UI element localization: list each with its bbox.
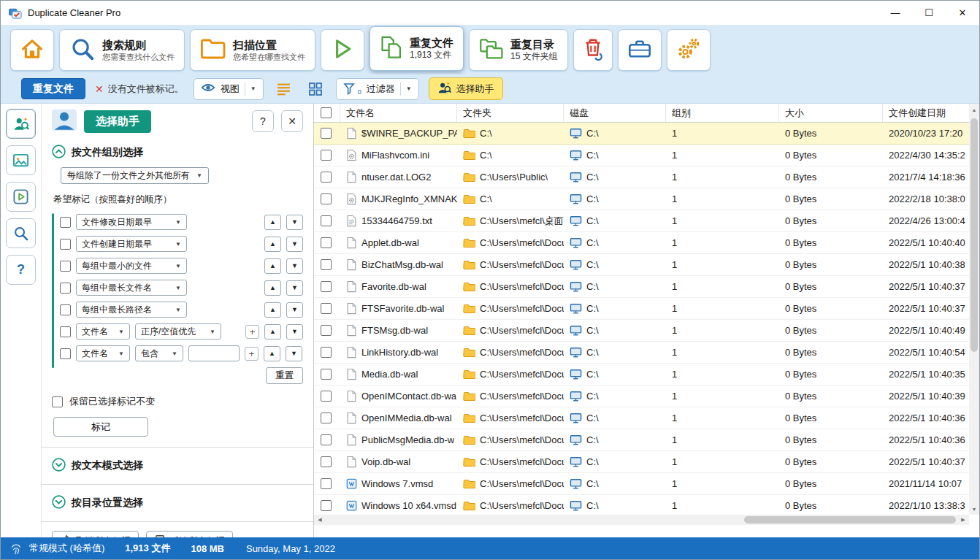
vertical-scroll-thumb[interactable] <box>971 118 978 352</box>
sidebar-image-preview-button[interactable] <box>6 145 36 175</box>
group-mode-dropdown[interactable]: 每组除了一份文件之外其他所有 ▼ <box>61 167 209 184</box>
scroll-left-arrow[interactable]: ◀ <box>314 515 326 525</box>
duplicate-files-view-button[interactable]: 重复文件 <box>21 78 85 99</box>
column-header-size[interactable]: 大小 <box>779 104 883 122</box>
list-view-button[interactable] <box>273 78 295 100</box>
criteria-checkbox[interactable] <box>60 283 71 294</box>
row-checkbox[interactable] <box>314 429 340 450</box>
duplicate-files-tab[interactable]: 重复文件 1,913 文件 <box>370 26 464 71</box>
settings-button[interactable] <box>667 29 711 71</box>
keep-selection-checkbox[interactable] <box>52 396 63 407</box>
horizontal-scrollbar[interactable]: ◀ ▶ <box>314 515 969 525</box>
view-dropdown[interactable]: 视图 ▼ <box>194 78 264 100</box>
maximize-button[interactable]: ☐ <box>912 1 946 25</box>
table-row[interactable]: PublicMsgMedia.db-wC:\Users\mefcl\Docume… <box>314 429 969 451</box>
move-up-button[interactable]: ▲ <box>264 215 281 230</box>
scroll-up-arrow[interactable]: ▲ <box>969 104 979 115</box>
row-checkbox[interactable] <box>314 123 340 144</box>
criteria-dropdown[interactable]: 文件修改日期最早 ▼ <box>76 214 187 230</box>
table-row[interactable]: OpenIMContact.db-waC:\Users\mefcl\Docume… <box>314 386 969 407</box>
add-rule-button[interactable]: + <box>245 347 259 361</box>
filter-dropdown[interactable]: 0 过滤器 ▼ <box>336 78 419 100</box>
row-checkbox[interactable] <box>314 364 340 385</box>
row-checkbox[interactable] <box>314 210 340 231</box>
scroll-right-arrow[interactable]: ▶ <box>957 515 969 525</box>
row-checkbox[interactable] <box>314 407 340 429</box>
unmark-all-button[interactable]: 取消所有标记 <box>52 531 139 537</box>
row-checkbox[interactable] <box>314 166 340 188</box>
row-checkbox[interactable] <box>314 451 340 472</box>
criteria-checkbox[interactable] <box>60 239 71 250</box>
table-row[interactable]: Favorite.db-walC:\Users\mefcl\DocumeC:\1… <box>314 276 969 298</box>
start-scan-button[interactable] <box>321 29 364 71</box>
section-text-pattern[interactable]: 按文本模式选择 <box>52 458 303 474</box>
row-checkbox[interactable] <box>314 188 340 210</box>
row-checkbox[interactable] <box>314 495 340 516</box>
sort-mode-dropdown[interactable]: 正序/空值优先▼ <box>135 323 221 340</box>
table-row[interactable]: BizChatMsg.db-walC:\Users\mefcl\DocumeC:… <box>314 254 969 276</box>
move-up-button[interactable]: ▲ <box>264 302 281 318</box>
home-button[interactable] <box>10 29 54 71</box>
contains-input[interactable] <box>188 345 240 361</box>
move-up-button[interactable]: ▲ <box>264 280 281 296</box>
column-header-filename[interactable]: 文件名 <box>340 104 457 122</box>
row-checkbox[interactable] <box>314 254 340 275</box>
select-all-checkbox[interactable] <box>314 104 340 122</box>
close-panel-button[interactable]: ✕ <box>281 110 303 132</box>
vertical-scrollbar[interactable]: ▲ ▼ <box>969 104 979 515</box>
grid-view-button[interactable] <box>305 78 326 100</box>
field-dropdown[interactable]: 文件名▼ <box>76 345 130 361</box>
move-down-button[interactable]: ▼ <box>286 215 303 230</box>
row-checkbox[interactable] <box>314 232 340 253</box>
table-row[interactable]: OpenIMMedia.db-walC:\Users\mefcl\DocumeC… <box>314 407 969 429</box>
table-row[interactable]: 15334464759.txtC:\Users\mefcl\桌面\C:\10 B… <box>314 210 969 232</box>
field-dropdown[interactable]: 文件名▼ <box>76 323 130 340</box>
row-checkbox[interactable] <box>314 145 340 166</box>
sidebar-search-button[interactable] <box>6 218 36 248</box>
reset-button[interactable]: 重置 <box>266 367 303 384</box>
move-down-button[interactable]: ▼ <box>286 258 303 274</box>
table-row[interactable]: Applet.db-walC:\Users\mefcl\DocumeC:\10 … <box>314 232 969 254</box>
scroll-down-arrow[interactable]: ▼ <box>969 503 979 515</box>
add-rule-button[interactable]: + <box>245 325 259 339</box>
move-up-button[interactable]: ▲ <box>264 324 281 340</box>
row-checkbox[interactable] <box>314 276 340 297</box>
row-checkbox[interactable] <box>314 386 340 407</box>
criteria-checkbox[interactable] <box>60 326 71 337</box>
table-row[interactable]: Windows 7.vmsdC:\Users\mefcl\DocumeC:\10… <box>314 473 969 495</box>
invert-selection-button[interactable]: 反选所有标记 <box>146 531 233 537</box>
selection-assistant-button[interactable]: 选择助手 <box>429 77 503 100</box>
row-checkbox[interactable] <box>314 298 340 319</box>
criteria-dropdown[interactable]: 文件创建日期最早 ▼ <box>76 236 187 252</box>
move-down-button[interactable]: ▼ <box>286 237 303 252</box>
move-up-button[interactable]: ▲ <box>264 237 281 252</box>
sidebar-media-preview-button[interactable] <box>6 182 36 212</box>
criteria-dropdown[interactable]: 每组中最长文件名 ▼ <box>76 280 187 296</box>
table-row[interactable]: LinkHistory.db-walC:\Users\mefcl\DocumeC… <box>314 342 969 364</box>
move-down-button[interactable]: ▼ <box>286 346 302 361</box>
minimize-button[interactable]: — <box>878 1 912 25</box>
criteria-checkbox[interactable] <box>60 261 71 272</box>
horizontal-scroll-thumb[interactable] <box>744 516 956 523</box>
table-row[interactable]: $WINRE_BACKUP_PARC:\C:\10 Bytes2020/10/2… <box>314 123 969 145</box>
scan-location-tab[interactable]: 扫描位置 您希望在哪查找文件 <box>190 29 315 71</box>
criteria-checkbox[interactable] <box>60 304 71 315</box>
close-button[interactable]: ✕ <box>946 1 979 25</box>
criteria-dropdown[interactable]: 每组中最长路径名 ▼ <box>76 302 187 318</box>
row-checkbox[interactable] <box>314 342 340 363</box>
table-row[interactable]: ntuser.dat.LOG2C:\Users\Public\C:\10 Byt… <box>314 166 969 188</box>
contains-dropdown[interactable]: 包含▼ <box>135 345 183 361</box>
delete-files-button[interactable] <box>573 29 613 71</box>
move-down-button[interactable]: ▼ <box>286 302 303 318</box>
help-button[interactable]: ? <box>252 110 274 132</box>
mark-button[interactable]: 标记 <box>53 417 148 437</box>
table-row[interactable]: Voip.db-walC:\Users\mefcl\DocumeC:\10 By… <box>314 451 969 473</box>
table-row[interactable]: MiFlashvcom.iniC:\C:\10 Bytes2022/4/30 1… <box>314 145 969 166</box>
search-rules-tab[interactable]: 搜索规则 您需要查找什么文件 <box>59 29 185 71</box>
row-checkbox[interactable] <box>314 473 340 494</box>
toolbox-button[interactable] <box>618 29 662 71</box>
move-up-button[interactable]: ▲ <box>264 346 280 361</box>
table-row[interactable]: FTSMsg.db-walC:\Users\mefcl\DocumeC:\10 … <box>314 320 969 342</box>
row-checkbox[interactable] <box>314 320 340 341</box>
section-directory-location[interactable]: 按目录位置选择 <box>52 495 303 511</box>
